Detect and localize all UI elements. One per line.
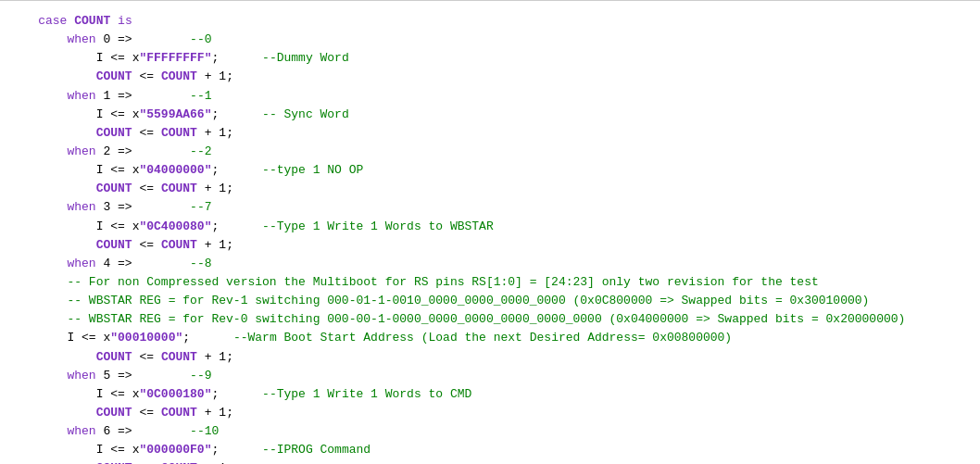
line-assign-iprog: I <= x"000000F0"; --IPROG Command bbox=[9, 441, 971, 459]
line-when3: when 3 => --7 bbox=[9, 198, 971, 217]
line-assign-sync: I <= x"5599AA66"; -- Sync Word bbox=[9, 106, 971, 124]
line-comment-rev0: -- WBSTAR REG = for Rev-0 switching 000-… bbox=[9, 310, 971, 329]
line-when6: when 6 => --10 bbox=[9, 422, 971, 441]
line-count-3: COUNT <= COUNT + 1; bbox=[9, 236, 971, 255]
line-count-0: COUNT <= COUNT + 1; bbox=[9, 68, 971, 86]
line-when2: when 2 => --2 bbox=[9, 143, 971, 161]
line-count-5: COUNT <= COUNT + 1; bbox=[9, 404, 971, 422]
line-comment-rev1: -- WBSTAR REG = for Rev-1 switching 000-… bbox=[9, 292, 971, 310]
line-count-4: COUNT <= COUNT + 1; bbox=[9, 348, 971, 367]
line-count-6: COUNT <= COUNT + 1; bbox=[9, 459, 971, 464]
line-case: case COUNT is bbox=[9, 12, 971, 31]
line-when5: when 5 => --9 bbox=[9, 367, 971, 385]
line-assign-fff: I <= x"FFFFFFFF"; --Dummy Word bbox=[9, 49, 971, 68]
line-when0: when 0 => --0 bbox=[9, 31, 971, 49]
line-when1: when 1 => --1 bbox=[9, 87, 971, 106]
line-when4: when 4 => --8 bbox=[9, 255, 971, 273]
line-assign-warmboot: I <= x"00010000"; --Warm Boot Start Addr… bbox=[9, 329, 971, 347]
line-count-1: COUNT <= COUNT + 1; bbox=[9, 124, 971, 143]
line-count-2: COUNT <= COUNT + 1; bbox=[9, 180, 971, 198]
line-comment-multiboot: -- For non Compressed version the Multib… bbox=[9, 273, 971, 292]
code-container: case COUNT is when 0 => --0 I <= x"FFFFF… bbox=[0, 5, 980, 464]
line-assign-cmd: I <= x"0C000180"; --Type 1 Write 1 Words… bbox=[9, 385, 971, 404]
line-assign-nop1: I <= x"04000000"; --type 1 NO OP bbox=[9, 161, 971, 180]
line-assign-wbstar: I <= x"0C400080"; --Type 1 Write 1 Words… bbox=[9, 218, 971, 236]
